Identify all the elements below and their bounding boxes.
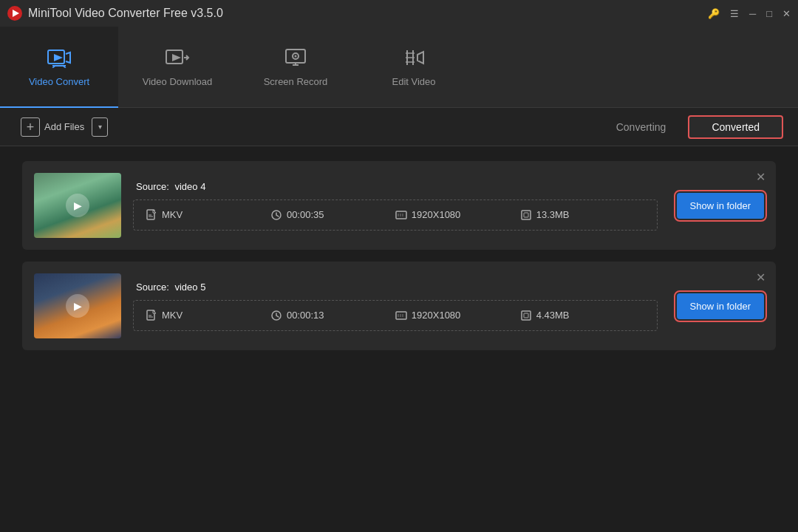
card-source-1: Source: video 4 (133, 181, 658, 192)
card-content-1: Source: video 4 MKV 00 (133, 181, 658, 231)
minimize-button[interactable]: ─ (749, 8, 756, 19)
svg-rect-12 (522, 211, 531, 219)
duration-item-1: 00:00:35 (270, 209, 395, 221)
show-in-folder-button-2[interactable]: Show in folder (677, 293, 764, 319)
svg-marker-5 (172, 54, 181, 61)
add-files-dropdown-button[interactable]: ▾ (92, 117, 108, 137)
app-logo-icon (7, 6, 22, 21)
svg-rect-18 (524, 313, 528, 318)
source-name-2: video 5 (174, 282, 205, 293)
resolution-value-2: 1920X1080 (412, 310, 461, 321)
close-button[interactable]: ✕ (782, 8, 791, 19)
nav-label-screen-record: Screen Record (264, 76, 328, 87)
add-files-button[interactable]: + Add Files (15, 113, 90, 141)
format-icon-1 (146, 209, 157, 221)
nav-label-video-download: Video Download (143, 76, 212, 87)
svg-rect-16 (396, 312, 406, 319)
converted-item-1: ▶ Source: video 4 MKV (22, 161, 776, 250)
app-title: MiniTool Video Converter Free v3.5.0 (28, 7, 223, 20)
size-item-1: 13.3MB (520, 209, 645, 221)
video-convert-icon (47, 47, 72, 72)
video-download-icon (165, 47, 190, 72)
duration-value-1: 00:00:35 (287, 209, 324, 220)
size-value-2: 4.43MB (536, 310, 570, 321)
play-icon-2: ▶ (66, 294, 89, 318)
tab-converting[interactable]: Converting (594, 117, 689, 137)
nav-item-video-download[interactable]: Video Download (118, 27, 236, 108)
key-icon[interactable]: 🔑 (708, 8, 720, 19)
format-icon-2 (146, 310, 157, 321)
edit-video-icon (401, 47, 426, 72)
duration-item-2: 00:00:13 (270, 310, 395, 321)
size-value-1: 13.3MB (536, 209, 570, 220)
converted-item-2: ▶ Source: video 5 MKV (22, 262, 776, 350)
resolution-value-1: 1920X1080 (412, 209, 461, 220)
size-item-2: 4.43MB (520, 310, 645, 321)
thumbnail-video5: ▶ (34, 273, 121, 338)
size-icon-1 (520, 209, 532, 221)
card-source-2: Source: video 5 (133, 282, 658, 293)
nav-item-edit-video[interactable]: Edit Video (355, 27, 473, 108)
titlebar: MiniTool Video Converter Free v3.5.0 🔑 ☰… (0, 0, 798, 27)
resolution-icon-2 (395, 310, 407, 321)
maximize-button[interactable]: □ (766, 8, 772, 19)
source-name-1: video 4 (174, 181, 205, 192)
resolution-icon-1 (395, 209, 407, 221)
source-label-1: Source: (136, 181, 169, 192)
size-icon-2 (520, 310, 532, 321)
svg-rect-17 (522, 311, 531, 320)
tab-converted[interactable]: Converted (688, 115, 783, 139)
toolbar: + Add Files ▾ Converting Converted (0, 108, 798, 146)
svg-marker-3 (54, 54, 63, 61)
svg-point-8 (295, 55, 297, 57)
card-info-box-2: MKV 00:00:13 1920X1080 (133, 300, 658, 331)
duration-icon-1 (270, 209, 282, 221)
nav-label-edit-video: Edit Video (392, 76, 435, 87)
thumbnail-video4: ▶ (34, 173, 121, 238)
add-files-icon: + (21, 117, 40, 137)
nav-label-video-convert: Video Convert (29, 76, 89, 87)
nav-item-video-convert[interactable]: Video Convert (0, 27, 118, 108)
card-info-box-1: MKV 00:00:35 1920X1080 (133, 200, 658, 231)
svg-rect-11 (396, 211, 406, 219)
titlebar-left: MiniTool Video Converter Free v3.5.0 (7, 6, 223, 21)
resolution-item-1: 1920X1080 (395, 209, 520, 221)
format-item-1: MKV (146, 209, 270, 221)
nav-item-screen-record[interactable]: Screen Record (236, 27, 355, 108)
menu-icon[interactable]: ☰ (730, 8, 739, 19)
resolution-item-2: 1920X1080 (395, 310, 520, 321)
navbar: Video Convert Video Download Screen Reco… (0, 27, 798, 108)
close-card-button-1[interactable]: ✕ (756, 170, 765, 184)
titlebar-controls: 🔑 ☰ ─ □ ✕ (708, 8, 791, 19)
format-value-1: MKV (162, 209, 183, 220)
svg-rect-13 (524, 213, 528, 217)
duration-value-2: 00:00:13 (287, 310, 324, 321)
tab-group: Converting Converted (594, 115, 783, 139)
card-content-2: Source: video 5 MKV 00 (133, 282, 658, 331)
format-value-2: MKV (162, 310, 183, 321)
play-icon-1: ▶ (66, 194, 89, 217)
duration-icon-2 (270, 310, 282, 321)
close-card-button-2[interactable]: ✕ (756, 270, 765, 284)
main-content: ▶ Source: video 4 MKV (0, 146, 798, 377)
show-in-folder-button-1[interactable]: Show in folder (677, 193, 764, 219)
add-files-label: Add Files (44, 121, 84, 132)
source-label-2: Source: (136, 282, 169, 293)
screen-record-icon (283, 47, 308, 72)
format-item-2: MKV (146, 310, 270, 321)
